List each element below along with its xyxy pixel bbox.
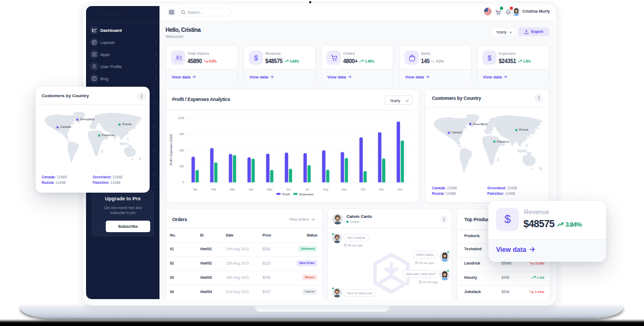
svg-text:Jun: Jun <box>286 188 290 191</box>
svg-text:Sep: Sep <box>342 188 347 191</box>
svg-text:Oct: Oct <box>361 188 366 191</box>
svg-text:300: 300 <box>179 165 184 168</box>
svg-text:Feb: Feb <box>212 188 216 191</box>
svg-text:600: 600 <box>179 149 184 152</box>
svg-text:Jan: Jan <box>193 188 197 191</box>
svg-text:Dec: Dec <box>398 188 403 191</box>
svg-text:0: 0 <box>183 181 184 184</box>
svg-text:Mar: Mar <box>230 188 235 191</box>
svg-text:Aug: Aug <box>323 188 328 191</box>
svg-text:900: 900 <box>179 132 184 136</box>
svg-text:Nov: Nov <box>379 188 385 191</box>
svg-text:Expenses: Expenses <box>299 193 314 196</box>
svg-text:Profit: Profit <box>282 193 290 196</box>
svg-text:May: May <box>267 188 272 191</box>
svg-text:Profit / Expenses (USD): Profit / Expenses (USD) <box>169 134 173 165</box>
svg-text:Apr: Apr <box>249 188 253 191</box>
svg-text:Jul: Jul <box>305 188 309 191</box>
svg-text:1200: 1200 <box>178 116 184 120</box>
